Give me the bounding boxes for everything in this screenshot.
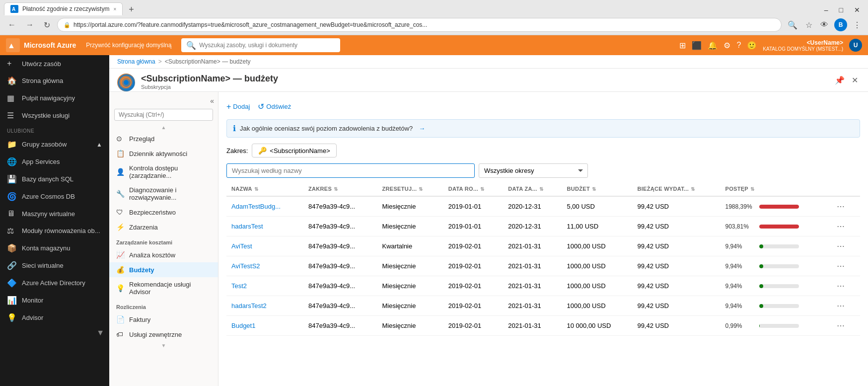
col-reset[interactable]: ZRESETUJ...⇅ [377, 182, 443, 196]
scope-button[interactable]: 🔑 <SubscriptionName> [252, 144, 336, 157]
row-menu-button-3[interactable]: ⋯ [834, 261, 848, 271]
row-menu-button-0[interactable]: ⋯ [834, 201, 848, 212]
close-tab-button[interactable]: × [113, 6, 116, 12]
subnav-item-security[interactable]: 🛡 Bezpieczeństwo [109, 205, 218, 220]
sidebar-item-vnets[interactable]: 🔗 Sieci wirtualne [0, 257, 109, 274]
subnav-item-budgets[interactable]: 💰 Budżety [109, 262, 218, 277]
budget-link-6[interactable]: Budget1 [231, 322, 255, 329]
sidebar-collapse-button[interactable]: ▼ [0, 326, 109, 339]
help-icon[interactable]: ? [736, 41, 741, 50]
row-menu-button-5[interactable]: ⋯ [834, 301, 848, 311]
col-scope[interactable]: ZAKRES⇅ [303, 182, 377, 196]
sidebar-item-azure-ad[interactable]: 🔷 Azure Active Directory [0, 274, 109, 292]
subnav-collapse-icon[interactable]: « [210, 97, 214, 105]
sidebar-item-resource-groups[interactable]: 📁 Grupy zasobów ▲ [0, 136, 109, 153]
sidebar-item-create[interactable]: + Utwórz zasób [0, 55, 109, 72]
sort-icon-scope: ⇅ [334, 186, 338, 192]
subnav-item-external-services[interactable]: 🏷 Usługi zewnętrzne [109, 327, 218, 342]
budget-link-1[interactable]: hadarsTest [231, 223, 263, 230]
favorites-icon[interactable]: ☆ [803, 18, 814, 32]
user-avatar[interactable]: B [834, 18, 847, 31]
menu-icon[interactable]: ⋮ [851, 18, 863, 32]
progress-bar-bg-3 [759, 264, 799, 268]
subnav-search-input[interactable] [114, 109, 213, 121]
sidebar-item-cosmos-db[interactable]: 🌀 Azure Cosmos DB [0, 188, 109, 205]
sidebar-item-advisor[interactable]: 💡 Advisor [0, 309, 109, 326]
subnav-item-activity-log[interactable]: 📋 Dziennik aktywności [109, 146, 218, 161]
row-menu-button-6[interactable]: ⋯ [834, 320, 848, 331]
sidebar-item-dashboard[interactable]: ▦ Pulpit nawigacyjny [0, 89, 109, 107]
refresh-button[interactable]: ↻ [41, 18, 53, 32]
subnav-section-cost: Zarządzanie kosztami [109, 234, 218, 247]
name-search[interactable] [226, 163, 475, 178]
portal-menu-icon[interactable]: ⊞ [679, 41, 686, 50]
back-button[interactable]: ← [5, 18, 19, 31]
table-row: AviTestS2 847e9a39-4c9... Miesięcznie 20… [226, 256, 860, 276]
scroll-down-indicator[interactable]: ▼ [109, 342, 218, 349]
sidebar-item-home[interactable]: 🏠 Strona główna [0, 72, 109, 89]
col-current[interactable]: BIEŻĄCE WYDAT...⇅ [632, 182, 720, 196]
col-budget[interactable]: BUDŻET⇅ [562, 182, 633, 196]
subnav-search[interactable] [109, 106, 218, 124]
cloud-shell-icon[interactable]: ⬛ [692, 41, 702, 50]
cell-progress-2: 9,94% [721, 236, 829, 256]
row-menu-button-2[interactable]: ⋯ [834, 241, 848, 251]
budget-link-3[interactable]: AviTestS2 [231, 262, 260, 270]
user-info[interactable]: <UserName> KATALOG DOMYŚLNY (MSTEST...) [763, 39, 843, 52]
minimize-button[interactable]: – [820, 5, 832, 15]
budget-link-4[interactable]: Test2 [231, 282, 247, 290]
add-button[interactable]: + Dodaj [226, 100, 250, 113]
breadcrumb-home[interactable]: Strona główna [117, 58, 155, 65]
restore-button[interactable]: □ [835, 5, 847, 15]
subnav-item-diagnostics[interactable]: 🔧 Diagnozowanie i rozwiązywanie... [109, 183, 218, 205]
sidebar-item-load-balancers[interactable]: ⚖ Moduły równoważenia ob... [0, 222, 109, 239]
row-menu-button-4[interactable]: ⋯ [834, 281, 848, 291]
sidebar-item-app-services[interactable]: 🌐 App Services [0, 153, 109, 170]
period-select[interactable]: Wszystkie okresy Miesięcznie Kwartalnie … [479, 163, 588, 178]
col-progress[interactable]: POSTĘP⇅ [721, 182, 829, 196]
refresh-button[interactable]: ↺ Odśwież [258, 100, 291, 113]
progress-label-6: 0,99% [725, 322, 755, 329]
sidebar-item-all-services[interactable]: ☰ Wszystkie usługi [0, 107, 109, 124]
search-input[interactable] [199, 42, 335, 49]
eye-icon[interactable]: 👁 [818, 18, 830, 31]
subnav-item-invoices[interactable]: 📄 Faktury [109, 312, 218, 327]
scroll-up-indicator[interactable]: ▲ [109, 124, 218, 131]
active-tab[interactable]: A Płatność zgodnie z rzeczywistym × [4, 2, 123, 15]
row-menu-button-1[interactable]: ⋯ [834, 221, 848, 232]
progress-label-4: 9,94% [725, 283, 755, 290]
close-window-button[interactable]: ✕ [850, 5, 864, 15]
account-avatar[interactable]: U [849, 39, 862, 52]
col-name[interactable]: NAZWA⇅ [226, 182, 303, 196]
cell-reset-0: Miesięcznie [377, 196, 443, 217]
col-start[interactable]: DATA RO...⇅ [443, 182, 504, 196]
subnav-item-cost-analysis[interactable]: 📈 Analiza kosztów [109, 247, 218, 262]
subnav-item-access-control[interactable]: 👤 Kontrola dostępu (zarządzanie... [109, 161, 218, 183]
sidebar-item-storage[interactable]: 📦 Konta magazynu [0, 239, 109, 257]
subnav-item-events[interactable]: ⚡ Zdarzenia [109, 220, 218, 234]
global-search[interactable]: 🔍 [181, 38, 340, 52]
close-panel-button[interactable]: ✕ [850, 74, 860, 87]
sidebar-item-sql-db[interactable]: 💾 Bazy danych SQL [0, 170, 109, 188]
sidebar-item-vms[interactable]: 🖥 Maszyny wirtualne [0, 205, 109, 222]
budget-link-2[interactable]: AviTest [231, 242, 252, 250]
search-browser-icon[interactable]: 🔍 [786, 18, 799, 32]
forward-button[interactable]: → [23, 18, 37, 31]
budget-link-5[interactable]: hadarsTest2 [231, 302, 267, 309]
name-search-input[interactable] [226, 163, 475, 178]
info-link[interactable]: → [419, 125, 425, 132]
feedback-icon[interactable]: 🙂 [747, 41, 757, 50]
subnav-item-advisor-recommendations[interactable]: 💡 Rekomendacje usługi Advisor [109, 277, 218, 299]
reset-config-button[interactable]: Przywróć konfigurację domyślną [82, 40, 175, 51]
notifications-icon[interactable]: 🔔 [708, 41, 718, 50]
subnav-item-overview[interactable]: ⊙ Przegląd [109, 131, 218, 146]
budget-link-0[interactable]: AdamTestBudg... [231, 203, 281, 210]
col-end[interactable]: DATA ZA...⇅ [503, 182, 562, 196]
sidebar-item-monitor[interactable]: 📊 Monitor [0, 292, 109, 309]
address-bar[interactable]: 🔒 https://portal.azure.com/?feature.canm… [57, 18, 782, 32]
pin-button[interactable]: 📌 [833, 74, 847, 87]
new-tab-button[interactable]: + [125, 4, 138, 15]
progress-label-2: 9,94% [725, 243, 755, 250]
settings-icon[interactable]: ⚙ [723, 41, 730, 50]
cell-budget-3: 1000,00 USD [562, 256, 633, 276]
